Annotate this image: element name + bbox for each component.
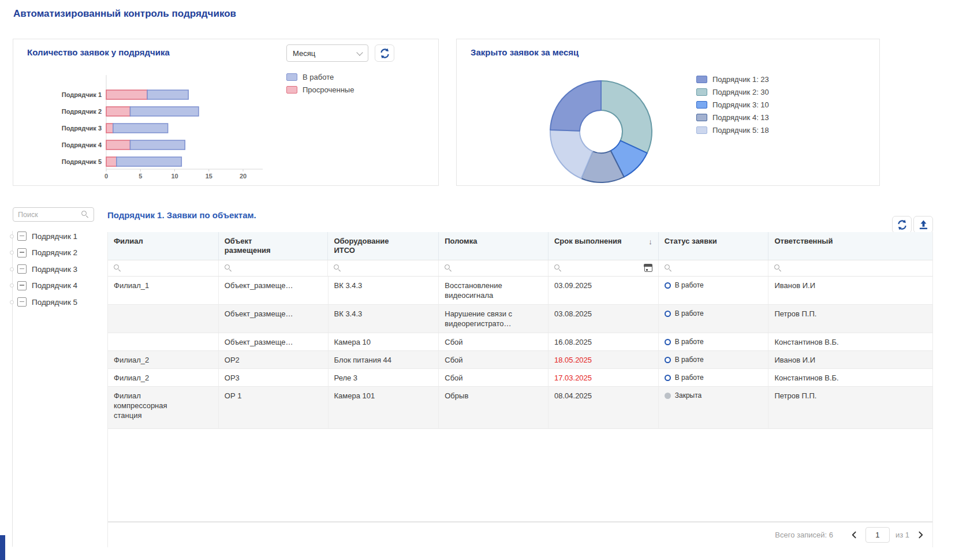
cell-equipment: ВК 3.4.3 [329, 277, 439, 304]
status-label: В работе [675, 355, 704, 365]
filter-cell-6[interactable] [659, 260, 769, 276]
collapse-icon[interactable] [17, 248, 27, 257]
column-header-1[interactable]: Филиал [108, 232, 219, 260]
cell-object: ОР3 [219, 369, 329, 386]
column-header-2[interactable]: Объект размещения [219, 232, 329, 260]
chevron-right-icon [917, 531, 924, 539]
cell-failure: Сбой [439, 369, 548, 386]
bar-category-label: Подрядчик 4 [62, 141, 102, 148]
cell-assignee: Константинов В.Б. [768, 369, 932, 386]
filter-cell-7[interactable] [768, 260, 932, 276]
bar-panel-title: Количество заявок у подрядчика [27, 47, 170, 57]
page-title: Автоматизированный контроль подрядчиков [13, 8, 236, 20]
donut-legend-item: Подрядчик 1: 23 [696, 73, 769, 85]
column-header-5[interactable]: Срок выполнения↓ [548, 232, 659, 260]
dashboard: Автоматизированный контроль подрядчиков … [0, 0, 959, 560]
tree-node-dot [10, 234, 14, 238]
cell-failure: Восстановление видеосигнала [439, 277, 548, 304]
tree-item-label: Подрядчик 4 [32, 281, 77, 290]
filter-cell-1[interactable] [108, 260, 219, 276]
tree-item-1[interactable]: Подрядчик 1 [0, 228, 77, 245]
column-header-3[interactable]: Оборудование ИТСО [328, 232, 439, 260]
sidebar-search-input[interactable] [13, 211, 81, 219]
collapse-icon[interactable] [17, 264, 27, 274]
closed-donut-panel: Закрыто заявок за месяц Подрядчик 1: 23П… [456, 39, 880, 186]
legend-label: В работе [303, 73, 334, 81]
cell-status: В работе [659, 333, 769, 350]
bar-segment [106, 140, 130, 150]
filter-cell-2[interactable] [219, 260, 329, 276]
refresh-icon [379, 48, 390, 59]
bar-refresh-button[interactable] [375, 44, 394, 62]
table-row[interactable]: Филиал_1Объект_размеще…ВК 3.4.3Восстанов… [108, 277, 932, 305]
table-row[interactable]: Филиал компрессорная станцияОР 1Камера 1… [108, 387, 932, 429]
next-page-button[interactable] [915, 530, 926, 540]
cell-failure: Сбой [439, 351, 548, 368]
cell-status: В работе [659, 369, 769, 386]
legend-label: Просроченные [303, 85, 354, 94]
chevron-left-icon [850, 531, 858, 539]
collapse-icon[interactable] [17, 281, 27, 290]
cell-status: В работе [659, 277, 769, 304]
table-row[interactable]: Филиал_2ОР2Блок питания 44Сбой18.05.2025… [108, 351, 932, 369]
search-icon [445, 264, 452, 272]
bar-segment [106, 107, 130, 116]
column-header-label: Филиал [114, 237, 143, 246]
table-export-button[interactable] [913, 216, 933, 233]
export-upload-icon [918, 219, 929, 230]
cell-due: 17.03.2025 [548, 369, 659, 386]
cell-object: ОР 1 [219, 387, 329, 428]
legend-label: Подрядчик 4: 13 [712, 113, 769, 122]
table-row[interactable]: Филиал_2ОР3Реле 3Сбой17.03.2025В работеК… [108, 369, 932, 387]
column-header-4[interactable]: Поломка [439, 232, 548, 260]
search-icon [81, 211, 89, 218]
status-label: В работе [675, 373, 704, 383]
cell-failure: Сбой [439, 333, 548, 350]
status-label: Закрыта [675, 391, 702, 401]
cell-branch [108, 333, 219, 350]
grid-empty-area [108, 429, 932, 521]
x-axis-tick-label: 20 [240, 173, 247, 180]
sidebar-search [13, 207, 94, 222]
corner-accent-bar [0, 535, 5, 560]
tree-item-3[interactable]: Подрядчик 3 [0, 261, 77, 278]
bar-segment [130, 140, 185, 150]
cell-branch: Филиал компрессорная станция [108, 387, 219, 428]
tree-item-5[interactable]: Подрядчик 5 [0, 294, 77, 311]
status-badge: В работе [665, 355, 763, 365]
filter-cell-4[interactable] [439, 260, 548, 276]
legend-label: Подрядчик 5: 18 [712, 126, 769, 135]
tree-item-4[interactable]: Подрядчик 4 [0, 278, 77, 294]
table-refresh-button[interactable] [892, 216, 912, 233]
table-title: Подрядчик 1. Заявки по объектам. [107, 210, 256, 220]
column-header-label: Объект размещения [225, 237, 293, 255]
period-select[interactable]: Месяц [286, 44, 368, 62]
status-open-icon [665, 357, 671, 363]
tree-item-2[interactable]: Подрядчик 2 [0, 245, 77, 262]
prev-page-button[interactable] [849, 530, 860, 540]
calendar-icon[interactable] [644, 264, 652, 272]
status-closed-icon [665, 393, 671, 399]
column-header-label: Ответственный [774, 237, 833, 246]
search-icon [774, 264, 782, 272]
cell-branch: Филиал_2 [108, 369, 219, 386]
donut-legend-item: Подрядчик 5: 18 [696, 124, 769, 136]
column-header-6[interactable]: Статус заявки [659, 232, 769, 260]
bar-segment [113, 124, 168, 133]
cell-equipment: Камера 101 [329, 387, 439, 428]
column-header-7[interactable]: Ответственный [768, 232, 932, 260]
filter-cell-5[interactable] [548, 260, 659, 276]
table-row[interactable]: Объект_размеще…ВК 3.4.3Нарушение связи с… [108, 305, 932, 333]
collapse-icon[interactable] [17, 297, 27, 307]
cell-due: 03.08.2025 [548, 305, 659, 333]
cell-equipment: ВК 3.4.3 [329, 305, 439, 333]
filter-cell-3[interactable] [328, 260, 439, 276]
page-number-input[interactable] [865, 527, 890, 543]
tree-node-dot [10, 300, 14, 304]
cell-status: В работе [659, 351, 769, 368]
bar-segment [106, 90, 147, 99]
table-row[interactable]: Объект_размеще…Камера 10Сбой16.08.2025В … [108, 333, 932, 351]
grid-footer: Всего записей: 6 из 1 [108, 521, 932, 547]
collapse-icon[interactable] [17, 232, 27, 241]
column-header-label: Оборудование ИТСО [334, 237, 402, 255]
